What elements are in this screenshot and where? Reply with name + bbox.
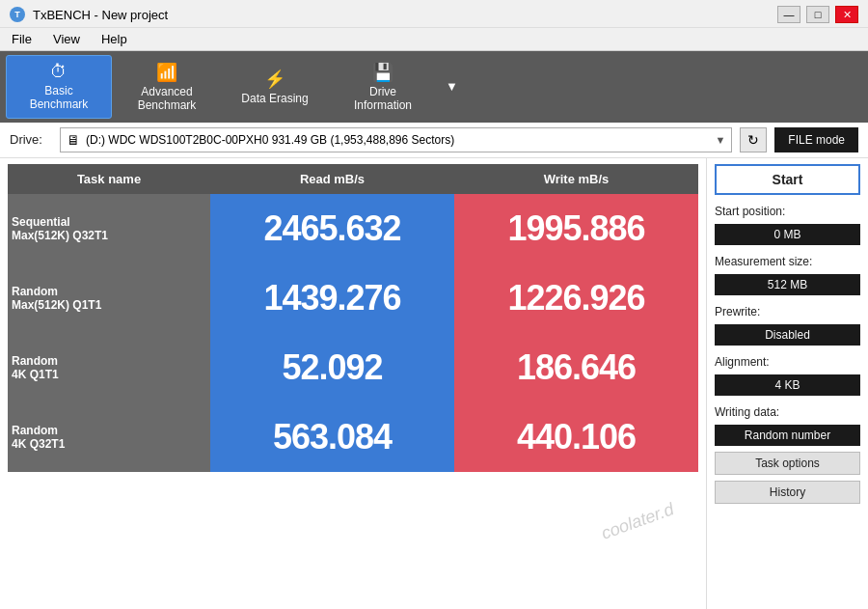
drive-icon: 🖥 xyxy=(67,132,80,148)
task-random-4k-q32: Random4K Q32T1 xyxy=(8,402,210,472)
toolbar-basic-benchmark[interactable]: ⏱ BasicBenchmark xyxy=(6,55,112,119)
start-button[interactable]: Start xyxy=(715,164,860,195)
task-sequential: SequentialMax(512K) Q32T1 xyxy=(8,194,210,263)
title-bar: T TxBENCH - New project — □ ✕ xyxy=(0,0,868,28)
basic-benchmark-label: BasicBenchmark xyxy=(30,84,89,112)
app-icon: T xyxy=(10,7,25,22)
start-position-value: 0 MB xyxy=(715,224,860,245)
measurement-size-label: Measurement size: xyxy=(715,255,860,268)
data-erasing-label: Data Erasing xyxy=(241,92,308,105)
data-erasing-icon: ⚡ xyxy=(264,69,285,90)
right-panel: Start Start position: 0 MB Measurement s… xyxy=(706,158,868,609)
col-read-header: Read mB/s xyxy=(210,164,454,194)
task-options-button[interactable]: Task options xyxy=(715,452,860,475)
toolbar-data-erasing[interactable]: ⚡ Data Erasing xyxy=(222,55,328,119)
write-random-4k-q1: 186.646 xyxy=(454,333,698,402)
menu-bar: File View Help xyxy=(0,28,868,51)
minimize-button[interactable]: — xyxy=(777,6,800,23)
drive-select-arrow-icon: ▼ xyxy=(715,134,725,146)
drive-row: Drive: 🖥 (D:) WDC WDS100T2B0C-00PXH0 931… xyxy=(0,123,868,158)
start-position-label: Start position: xyxy=(715,205,860,218)
table-row: Random4K Q1T1 52.092 186.646 xyxy=(8,333,698,402)
advanced-benchmark-label: AdvancedBenchmark xyxy=(138,85,197,113)
table-row: Random4K Q32T1 563.084 440.106 xyxy=(8,402,698,472)
drive-selector[interactable]: 🖥 (D:) WDC WDS100T2B0C-00PXH0 931.49 GB … xyxy=(60,127,732,152)
col-task-header: Task name xyxy=(8,164,210,194)
toolbar-advanced-benchmark[interactable]: 📶 AdvancedBenchmark xyxy=(114,55,220,119)
read-random-4k-q1: 52.092 xyxy=(210,333,454,402)
read-sequential: 2465.632 xyxy=(210,194,454,263)
prewrite-value: Disabled xyxy=(715,324,860,346)
menu-file[interactable]: File xyxy=(8,30,36,48)
alignment-label: Alignment: xyxy=(715,355,860,369)
drive-information-label: DriveInformation xyxy=(354,85,412,113)
drive-information-icon: 💾 xyxy=(372,62,393,83)
prewrite-label: Prewrite: xyxy=(715,305,860,318)
benchmark-table: Task name Read mB/s Write mB/s Sequentia… xyxy=(8,164,698,472)
writing-data-label: Writing data: xyxy=(715,405,860,419)
refresh-icon: ↻ xyxy=(747,132,759,148)
alignment-value: 4 KB xyxy=(715,374,860,396)
basic-benchmark-icon: ⏱ xyxy=(50,62,68,82)
write-random-512k: 1226.926 xyxy=(454,263,698,333)
window-title: TxBENCH - New project xyxy=(33,8,168,22)
toolbar: ⏱ BasicBenchmark 📶 AdvancedBenchmark ⚡ D… xyxy=(0,51,868,123)
menu-view[interactable]: View xyxy=(49,30,84,48)
write-sequential: 1995.886 xyxy=(454,194,698,263)
task-random-4k-q1: Random4K Q1T1 xyxy=(8,333,210,402)
read-random-4k-q32: 563.084 xyxy=(210,402,454,472)
close-button[interactable]: ✕ xyxy=(835,6,858,23)
file-mode-button[interactable]: FILE mode xyxy=(774,127,858,152)
task-random-512k: RandomMax(512K) Q1T1 xyxy=(8,263,210,333)
benchmark-area: Task name Read mB/s Write mB/s Sequentia… xyxy=(0,158,706,609)
read-random-512k: 1439.276 xyxy=(210,263,454,333)
table-row: SequentialMax(512K) Q32T1 2465.632 1995.… xyxy=(8,194,698,263)
advanced-benchmark-icon: 📶 xyxy=(156,62,177,83)
drive-select-text: (D:) WDC WDS100T2B0C-00PXH0 931.49 GB (1… xyxy=(86,133,709,147)
maximize-button[interactable]: □ xyxy=(806,6,829,23)
table-row: RandomMax(512K) Q1T1 1439.276 1226.926 xyxy=(8,263,698,333)
drive-label: Drive: xyxy=(10,132,52,147)
history-button[interactable]: History xyxy=(715,481,860,504)
toolbar-more-button[interactable]: ▼ xyxy=(438,55,466,119)
writing-data-value: Random number xyxy=(715,425,860,446)
col-write-header: Write mB/s xyxy=(454,164,698,194)
menu-help[interactable]: Help xyxy=(97,30,131,48)
main-area: Task name Read mB/s Write mB/s Sequentia… xyxy=(0,158,868,609)
write-random-4k-q32: 440.106 xyxy=(454,402,698,472)
drive-refresh-button[interactable]: ↻ xyxy=(740,127,767,152)
toolbar-drive-information[interactable]: 💾 DriveInformation xyxy=(330,55,436,119)
measurement-size-value: 512 MB xyxy=(715,274,860,295)
